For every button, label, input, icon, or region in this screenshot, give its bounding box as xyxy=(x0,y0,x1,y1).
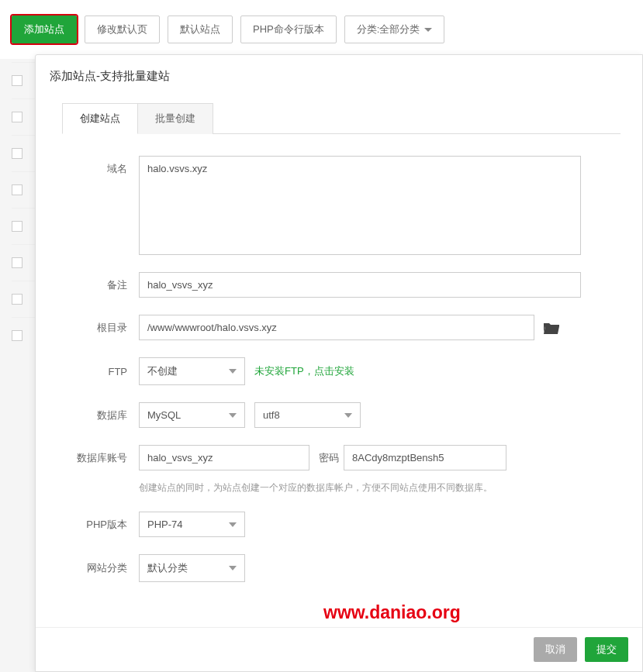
chevron-down-icon xyxy=(229,566,237,570)
site-category-label: 网站分类 xyxy=(57,561,139,575)
database-row: 数据库 MySQL utf8 xyxy=(57,402,621,428)
cancel-button[interactable]: 取消 xyxy=(534,637,577,662)
tab-bulk-create[interactable]: 批量创建 xyxy=(138,103,213,134)
modal-tabs: 创建站点 批量创建 xyxy=(62,102,621,134)
row-checkbox[interactable] xyxy=(12,257,22,268)
root-input[interactable] xyxy=(139,315,534,340)
db-password-input[interactable] xyxy=(344,445,506,470)
category-filter-prefix: 分类: xyxy=(357,22,380,36)
row-checkbox[interactable] xyxy=(12,184,22,195)
db-account-label: 数据库账号 xyxy=(57,451,139,465)
db-type-select[interactable]: MySQL xyxy=(139,402,245,428)
top-toolbar: 添加站点 修改默认页 默认站点 PHP命令行版本 分类: 全部分类 xyxy=(0,0,643,59)
watermark-text: www.daniao.org xyxy=(323,602,461,623)
ftp-label: FTP xyxy=(57,366,139,377)
row-checkbox[interactable] xyxy=(12,294,22,305)
db-password-label: 密码 xyxy=(319,451,339,465)
domain-input[interactable]: halo.vsvs.xyz xyxy=(139,156,581,255)
php-row: PHP版本 PHP-74 xyxy=(57,512,621,537)
category-filter-button[interactable]: 分类: 全部分类 xyxy=(344,16,445,43)
db-account-input[interactable] xyxy=(139,445,309,470)
chevron-down-icon xyxy=(424,28,432,32)
modal-body: 创建站点 批量创建 域名 halo.vsvs.xyz 备注 根目录 xyxy=(36,90,642,613)
site-form: 域名 halo.vsvs.xyz 备注 根目录 xyxy=(57,134,621,582)
site-category-select[interactable]: 默认分类 xyxy=(139,554,245,582)
chevron-down-icon xyxy=(229,413,237,418)
remark-label: 备注 xyxy=(57,278,139,292)
row-checkbox[interactable] xyxy=(12,148,22,159)
chevron-down-icon xyxy=(229,522,237,527)
db-hint-row: 创建站点的同时，为站点创建一个对应的数据库帐户，方便不同站点使用不同数据库。 xyxy=(57,475,621,495)
site-category-value: 默认分类 xyxy=(147,561,188,575)
folder-icon[interactable] xyxy=(544,322,559,334)
edit-default-page-button[interactable]: 修改默认页 xyxy=(85,16,160,43)
category-row: 网站分类 默认分类 xyxy=(57,554,621,582)
root-label: 根目录 xyxy=(57,321,139,335)
database-label: 数据库 xyxy=(57,408,139,422)
ftp-row: FTP 不创建 未安装FTP，点击安装 xyxy=(57,357,621,385)
row-checkbox[interactable] xyxy=(12,330,22,341)
ftp-select[interactable]: 不创建 xyxy=(139,357,245,385)
chevron-down-icon xyxy=(229,369,237,374)
ftp-install-link[interactable]: 未安装FTP，点击安装 xyxy=(254,364,354,378)
db-charset-value: utf8 xyxy=(263,409,280,421)
db-type-value: MySQL xyxy=(147,409,181,421)
modal-title: 添加站点-支持批量建站 xyxy=(36,55,642,90)
php-label: PHP版本 xyxy=(57,518,139,532)
modal-footer: 取消 提交 xyxy=(36,627,642,671)
php-version-value: PHP-74 xyxy=(147,519,183,530)
db-account-row: 数据库账号 密码 xyxy=(57,445,621,470)
add-site-modal: 添加站点-支持批量建站 创建站点 批量创建 域名 halo.vsvs.xyz 备… xyxy=(35,54,643,672)
db-hint-text: 创建站点的同时，为站点创建一个对应的数据库帐户，方便不同站点使用不同数据库。 xyxy=(139,481,493,495)
row-checkbox[interactable] xyxy=(12,221,22,232)
remark-row: 备注 xyxy=(57,272,621,298)
domain-row: 域名 halo.vsvs.xyz xyxy=(57,156,621,255)
row-checkbox[interactable] xyxy=(12,75,22,86)
php-version-select[interactable]: PHP-74 xyxy=(139,512,245,537)
default-site-button[interactable]: 默认站点 xyxy=(168,16,233,43)
remark-input[interactable] xyxy=(139,272,581,298)
category-filter-value: 全部分类 xyxy=(379,22,420,36)
php-cli-button[interactable]: PHP命令行版本 xyxy=(240,16,337,43)
chevron-down-icon xyxy=(344,413,352,418)
ftp-select-value: 不创建 xyxy=(147,364,178,378)
row-checkbox[interactable] xyxy=(12,112,22,122)
add-site-button[interactable]: 添加站点 xyxy=(12,16,77,43)
tab-create-site[interactable]: 创建站点 xyxy=(62,103,138,134)
domain-label: 域名 xyxy=(57,156,139,176)
root-row: 根目录 xyxy=(57,315,621,340)
submit-button[interactable]: 提交 xyxy=(585,637,628,662)
db-charset-select[interactable]: utf8 xyxy=(254,402,361,428)
